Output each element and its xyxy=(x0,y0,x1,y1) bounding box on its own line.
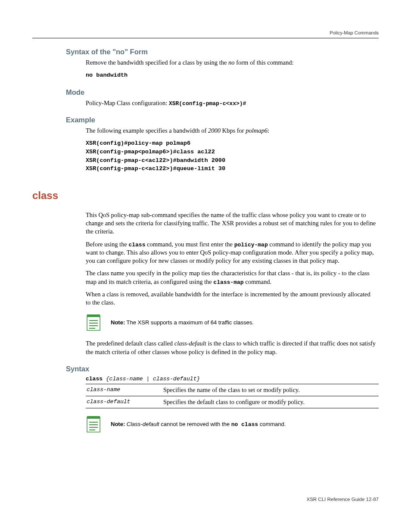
table-row: class-name Specifies the name of the cla… xyxy=(86,384,379,396)
code-inline: class xyxy=(128,242,145,248)
note-text: Note: The XSR supports a maximum of 64 t… xyxy=(111,314,254,327)
table-row: class-default Specifies the default clas… xyxy=(86,396,379,408)
heading-example: Example xyxy=(66,116,379,124)
note-max-classes: Note: The XSR supports a maximum of 64 t… xyxy=(86,314,379,332)
syntax-line: class {class-name | class-default} xyxy=(86,376,379,382)
svg-rect-1 xyxy=(87,314,100,317)
para-class-intro: This QoS policy-map sub-command specifie… xyxy=(86,211,377,307)
code-example-block: XSR(config)#policy-map polmap6 XSR(confi… xyxy=(86,139,379,173)
running-header: Policy-Map Commands xyxy=(32,30,379,38)
text: Kbps for xyxy=(221,127,246,134)
text: form of this command: xyxy=(235,59,294,66)
text-italic: no xyxy=(228,59,235,66)
syntax-term: class-name xyxy=(86,384,162,396)
note-icon xyxy=(86,416,101,433)
text-italic: Class-default xyxy=(125,421,159,427)
code-inline: policy-map xyxy=(234,242,268,248)
code-inline: no class xyxy=(231,421,258,428)
heading-syntax-no-form: Syntax of the "no" Form xyxy=(66,48,379,56)
code-mode-prompt: XSR(config-pmap-c<xx>)# xyxy=(169,100,246,107)
note-class-default: Note: Class-default cannot be removed wi… xyxy=(86,416,379,433)
text: The predefined default class called xyxy=(86,340,174,347)
text: The XSR supports a maximum of 64 traffic… xyxy=(125,319,254,326)
text: command. xyxy=(258,421,286,427)
text: : xyxy=(268,127,269,134)
text: Policy-Map Class configuration: xyxy=(86,100,169,106)
text-italic: 2000 xyxy=(208,127,221,134)
code-no-bandwidth: no bandwidth xyxy=(86,71,379,80)
syntax-desc: Specifies the default class to configure… xyxy=(162,396,379,408)
page: Policy-Map Commands Syntax of the "no" F… xyxy=(0,0,411,532)
syntax-table: class-name Specifies the name of the cla… xyxy=(86,384,379,408)
syntax-term: class-default xyxy=(86,396,162,408)
note-label: Note: xyxy=(111,319,125,326)
para-class-default: The predefined default class called clas… xyxy=(86,339,377,356)
text: command, you must first enter the xyxy=(145,241,234,248)
syntax-args: {class-name | class-default} xyxy=(103,376,200,382)
para-example: The following example specifies a bandwi… xyxy=(86,127,377,135)
syntax-keyword: class xyxy=(86,376,103,382)
code-inline: class-map xyxy=(213,279,243,286)
text: This QoS policy-map sub-command specifie… xyxy=(86,211,377,236)
text: When a class is removed, available bandw… xyxy=(86,290,377,307)
para-syntax-no-form: Remove the bandwidth specified for a cla… xyxy=(86,59,377,67)
para-mode: Policy-Map Class configuration: XSR(conf… xyxy=(86,99,377,107)
heading-mode: Mode xyxy=(66,88,379,96)
text: The following example specifies a bandwi… xyxy=(86,127,208,134)
svg-rect-7 xyxy=(87,416,100,419)
heading-class-command: class xyxy=(32,190,379,202)
text: Remove the bandwidth specified for a cla… xyxy=(86,59,228,66)
note-label: Note: xyxy=(111,421,125,427)
text-italic: polmap6 xyxy=(246,127,268,134)
syntax-desc: Specifies the name of the class to set o… xyxy=(162,384,379,396)
text: command. xyxy=(244,278,271,285)
text-italic: class-default xyxy=(174,340,206,347)
text: Before using the xyxy=(86,241,128,248)
note-icon xyxy=(86,314,101,332)
heading-syntax: Syntax xyxy=(66,365,379,373)
page-footer: XSR CLI Reference Guide 12-87 xyxy=(307,497,379,502)
text: cannot be removed with the xyxy=(159,421,231,427)
note-text: Note: Class-default cannot be removed wi… xyxy=(111,416,286,429)
